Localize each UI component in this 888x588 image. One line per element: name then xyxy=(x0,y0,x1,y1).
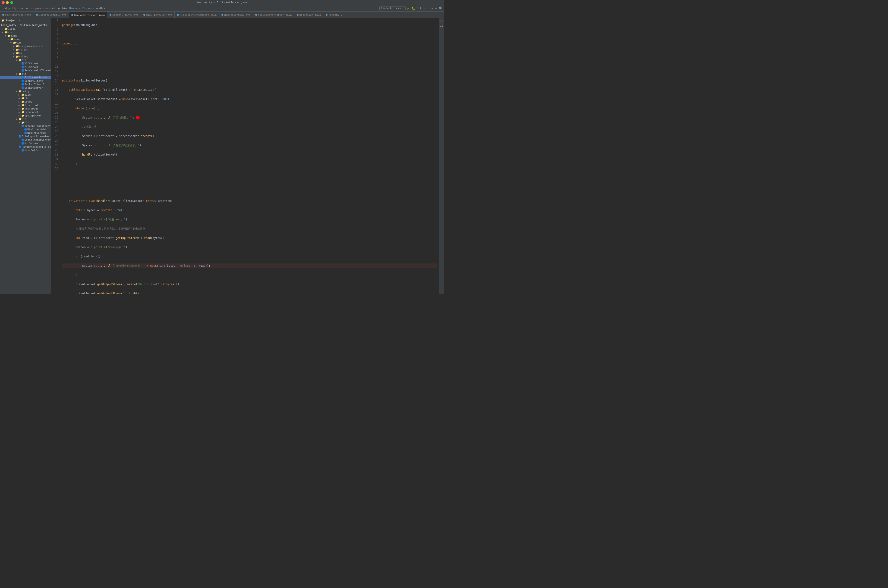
tree-item-tuling[interactable]: ▼ 📁 tuling xyxy=(0,55,51,58)
tree-item-splitpacket[interactable]: ▶ 📁 splitpacket xyxy=(0,114,51,117)
tree-item-com[interactable]: ▼ 📁 com xyxy=(0,41,51,45)
tree-item-internalinputbuffer[interactable]: 🔵 InternalInputBuffer xyxy=(0,124,51,128)
tree-item-aio[interactable]: ▼ 📁 aio xyxy=(0,58,51,62)
tree-item-aioclient[interactable]: 🔵 AIOClient xyxy=(0,62,51,65)
git-status: ↑ xyxy=(428,7,430,10)
toolbar-right: BioSocketServer ▶ 🐛 Git: ✓ ↑ ↩ ↪ 🔍 xyxy=(379,6,443,10)
window-title: test_netty – BioSocketServer.java xyxy=(197,1,247,4)
tree-item-chat[interactable]: ▶ 📁 chat xyxy=(0,96,51,100)
tree-item-main[interactable]: ▼ 📁 main xyxy=(0,34,51,38)
tree-item-biosocketserver[interactable]: 🔵 BioSocketServer xyxy=(0,76,51,79)
maximize-button[interactable] xyxy=(10,1,13,4)
tree-item-heartbeat[interactable]: ▶ 📁 heartbeat xyxy=(0,107,51,110)
right-panel: ▲2 ▲1 xyxy=(439,18,444,294)
tab-bar: SocketServer.java SocketClient1.java Bio… xyxy=(0,12,444,18)
tree-item-nioclientold[interactable]: 🔵 NioClientOld xyxy=(0,128,51,131)
tree-item-crazymakercircle[interactable]: ▶ 📁 crazymakercircle xyxy=(0,45,51,48)
breadcrumb-handler: handler xyxy=(95,7,105,10)
close-button[interactable] xyxy=(2,1,5,4)
tree-item-src[interactable]: ▼ 📁 src xyxy=(0,30,51,34)
breadcrumb-java: java xyxy=(35,7,41,10)
breadcrumb-tuling: tuling xyxy=(51,7,60,10)
tab-nioserverold[interactable]: NIOServerOld.java xyxy=(219,12,253,18)
window-controls xyxy=(2,1,13,4)
breadcrumb-main: main xyxy=(26,7,32,10)
git-check[interactable]: ✓ xyxy=(425,7,427,10)
tree-item-fujian[interactable]: ▶ 📁 fujian xyxy=(0,48,51,51)
tab-biosocketserver[interactable]: BioSocketServer.java xyxy=(69,12,107,18)
main-layout: 📁 Project ▾ test_netty ~/github/test_net… xyxy=(0,18,444,294)
editor-area: 12345 678910 1112131415 1617181920 21222… xyxy=(51,18,439,294)
tree-item-socketserver[interactable]: 🔵 SocketServer xyxy=(0,86,51,90)
tab-fileinputtest[interactable]: FileInputStreamTest.java xyxy=(174,12,219,18)
debug-button[interactable]: 🐛 xyxy=(411,6,415,10)
tree-item-nioserverold[interactable]: 🔵 NIOServerOld xyxy=(0,131,51,135)
tree-item-my[interactable]: ▶ 📁 my xyxy=(0,51,51,55)
tree-item-randomaccessfiletest[interactable]: 🔵 RandomAccessFileTest xyxy=(0,145,51,148)
tab-nioclientold[interactable]: NioClientOld.java xyxy=(141,12,175,18)
tree-item-base[interactable]: ▶ 📁 base xyxy=(0,93,51,96)
code-editor[interactable]: 12345 678910 1112131415 1617181920 21222… xyxy=(51,18,439,294)
tree-item-socketclient[interactable]: 🔵 SocketClient xyxy=(0,79,51,82)
breadcrumb-com: com xyxy=(44,7,48,10)
tree-item-netty[interactable]: ▼ 📁 netty xyxy=(0,90,51,93)
title-bar: test_netty – BioSocketServer.java xyxy=(0,0,444,5)
tree-item-nioselectorserver[interactable]: 🔵 NioSelectorServer xyxy=(0,138,51,142)
redo-btn[interactable]: ↪ xyxy=(435,6,437,10)
tree-item-reconnect[interactable]: ▶ 📁 reconnect xyxy=(0,110,51,114)
git-label: Git: xyxy=(417,7,423,10)
tree-item-servermultithread[interactable]: 🔵 ServerMultiThread xyxy=(0,69,51,72)
code-content[interactable]: package com.tuling.bio; import ...; publ… xyxy=(60,18,439,294)
tree-item-directbuffer[interactable]: ▶ 📁 directbuffer xyxy=(0,104,51,107)
line-numbers: 12345 678910 1112131415 1617181920 21222… xyxy=(51,18,60,294)
tree-item-java[interactable]: ▼ 📁 java xyxy=(0,38,51,41)
tab-nioserver[interactable]: NioServer.java xyxy=(294,12,323,18)
right-panel-info: ▲1 xyxy=(440,24,444,28)
tree-item-fileinputstreamtest[interactable]: 🔵 FileInputStreamTest xyxy=(0,135,51,138)
tree-item-socketclient1[interactable]: 🔵 SocketClient1 xyxy=(0,82,51,86)
tree-item-nioserver[interactable]: 🔵 NioServer xyxy=(0,142,51,145)
run-config-label: BioSocketServer xyxy=(379,6,406,10)
tree-item-old[interactable]: ▼ 📁 old xyxy=(0,121,51,124)
breadcrumb-biosocket: BioSocketServer xyxy=(69,7,92,10)
tree-item-root: test_netty ~/github/test_netty xyxy=(0,23,51,27)
minimize-button[interactable] xyxy=(6,1,9,4)
undo-btn[interactable]: ↩ xyxy=(431,6,433,10)
tree-item-aioserver[interactable]: 🔵 AIOServer xyxy=(0,65,51,69)
breadcrumb-project: test_netty xyxy=(2,7,17,10)
run-button[interactable]: ▶ xyxy=(407,6,409,10)
tree-item-idea[interactable]: ▶ 📁 .idea xyxy=(0,27,51,30)
tree-item-nio[interactable]: ▼ 📁 nio xyxy=(0,117,51,121)
tab-socketclient[interactable]: SocketClient.java xyxy=(107,12,141,18)
search-btn[interactable]: 🔍 xyxy=(439,6,443,10)
tree-item-codec[interactable]: ▶ 📁 codec xyxy=(0,100,51,104)
tab-random[interactable]: Random... xyxy=(323,12,345,18)
tab-nioselectorserver[interactable]: NioSelectorServer.java xyxy=(253,12,294,18)
project-header: 📁 Project ▾ xyxy=(0,18,51,23)
breadcrumb: test_netty › src › main › java › com › t… xyxy=(2,7,105,10)
breadcrumb-src: src xyxy=(19,7,24,10)
tab-socketclient1[interactable]: SocketClient1.java xyxy=(34,12,69,18)
breadcrumb-bio: bio xyxy=(62,7,67,10)
tree-item-bio[interactable]: ▼ 📁 bio xyxy=(0,72,51,76)
project-sidebar: 📁 Project ▾ test_netty ~/github/test_net… xyxy=(0,18,51,294)
right-panel-warnings: ▲2 xyxy=(440,19,444,23)
main-toolbar: test_netty › src › main › java › com › t… xyxy=(0,5,444,12)
tab-socketserver[interactable]: SocketServer.java xyxy=(0,12,34,18)
tree-item-userbuffer[interactable]: 🔵 UserBuffer xyxy=(0,148,51,152)
